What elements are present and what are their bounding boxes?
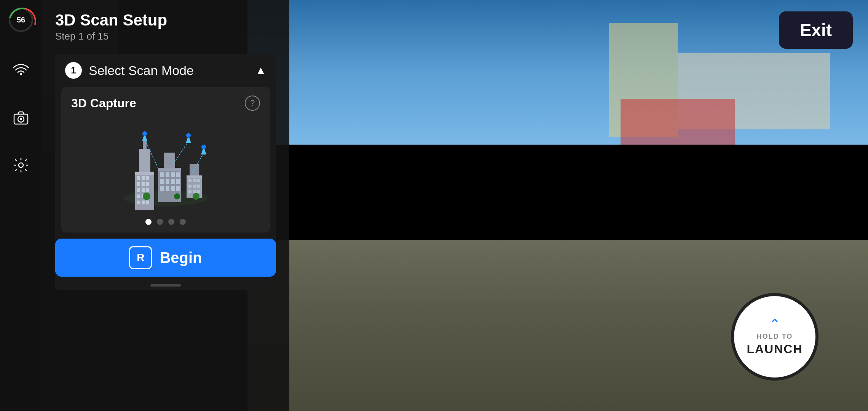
svg-rect-15 (146, 188, 149, 192)
svg-rect-28 (171, 172, 175, 177)
step-number: 1 (65, 62, 82, 79)
svg-rect-42 (193, 179, 196, 182)
capture-card: 3D Capture ? (61, 87, 270, 233)
dot-4[interactable] (180, 219, 186, 225)
svg-rect-31 (166, 179, 169, 184)
svg-rect-26 (160, 172, 164, 177)
bottom-handle (55, 284, 276, 290)
svg-point-52 (174, 193, 180, 199)
svg-rect-49 (197, 190, 200, 193)
svg-rect-44 (188, 185, 191, 188)
svg-point-59 (186, 133, 191, 138)
svg-rect-48 (193, 190, 196, 193)
svg-rect-10 (137, 182, 140, 186)
svg-rect-37 (176, 186, 180, 191)
svg-rect-36 (171, 186, 175, 191)
svg-rect-25 (158, 168, 181, 171)
svg-point-51 (143, 193, 150, 200)
svg-rect-8 (142, 176, 145, 180)
begin-button[interactable]: R Begin (55, 239, 276, 277)
svg-rect-7 (137, 176, 140, 180)
panel-subtitle: Step 1 of 15 (55, 30, 276, 42)
panel-title: 3D Scan Setup (55, 11, 276, 29)
step-header-left: 1 Select Scan Mode (65, 62, 194, 79)
help-icon[interactable]: ? (245, 96, 260, 111)
capture-title: 3D Capture (71, 96, 136, 110)
svg-rect-13 (137, 188, 140, 192)
svg-rect-16 (137, 194, 140, 198)
chevron-up-icon[interactable]: ▲ (255, 64, 266, 76)
dot-3[interactable] (168, 219, 174, 225)
wifi-icon[interactable] (9, 59, 33, 83)
launch-chevron-icon: ⌃ (769, 317, 780, 331)
settings-icon[interactable] (9, 153, 33, 177)
svg-rect-47 (188, 190, 191, 193)
svg-rect-46 (197, 185, 200, 188)
exit-button[interactable]: Exit (779, 11, 853, 49)
battery-value: 56 (17, 16, 25, 24)
svg-rect-14 (142, 188, 145, 192)
svg-rect-21 (146, 201, 149, 204)
begin-r-badge: R (129, 246, 152, 269)
handle-bar (150, 284, 181, 287)
svg-rect-29 (176, 172, 180, 177)
svg-point-3 (19, 163, 23, 167)
svg-rect-45 (193, 185, 196, 188)
svg-rect-6 (135, 172, 154, 175)
svg-rect-22 (139, 149, 150, 172)
hold-to-text: HOLD TO (757, 333, 793, 341)
svg-point-62 (201, 145, 206, 149)
svg-rect-35 (166, 186, 169, 191)
svg-rect-34 (160, 186, 164, 191)
panel-header: 3D Scan Setup Step 1 of 15 (55, 11, 276, 42)
svg-point-2 (20, 118, 22, 120)
launch-text: LAUNCH (747, 342, 803, 356)
svg-rect-40 (187, 175, 202, 178)
svg-point-53 (193, 193, 199, 200)
main-panel: 3D Scan Setup Step 1 of 15 1 Select Scan… (42, 0, 289, 411)
step-title: Select Scan Mode (89, 63, 194, 78)
svg-rect-32 (171, 179, 175, 184)
svg-rect-30 (160, 179, 164, 184)
svg-rect-20 (142, 201, 145, 204)
begin-label: Begin (160, 249, 202, 266)
camera-icon[interactable] (9, 106, 33, 130)
svg-line-57 (173, 141, 188, 164)
svg-rect-27 (166, 172, 169, 177)
hold-to-launch-button[interactable]: ⌃ HOLD TO LAUNCH (731, 293, 819, 381)
dot-2[interactable] (157, 219, 163, 225)
svg-rect-43 (197, 179, 200, 182)
battery-indicator: 56 (9, 8, 33, 32)
svg-rect-33 (176, 179, 180, 184)
svg-rect-11 (142, 182, 145, 186)
building-illustration (61, 115, 270, 213)
svg-rect-38 (164, 153, 175, 168)
red-wall-bg (621, 99, 735, 145)
svg-rect-9 (146, 176, 149, 180)
sidebar: 56 (0, 0, 42, 411)
svg-rect-12 (146, 182, 149, 186)
svg-rect-41 (188, 179, 191, 182)
pagination-dots (61, 213, 270, 233)
capture-card-header: 3D Capture ? (61, 87, 270, 115)
dot-1[interactable] (145, 219, 152, 225)
svg-rect-19 (137, 201, 140, 204)
step-section: 1 Select Scan Mode ▲ 3D Capture ? (55, 54, 276, 290)
svg-point-56 (142, 131, 147, 136)
step-header[interactable]: 1 Select Scan Mode ▲ (55, 54, 276, 87)
